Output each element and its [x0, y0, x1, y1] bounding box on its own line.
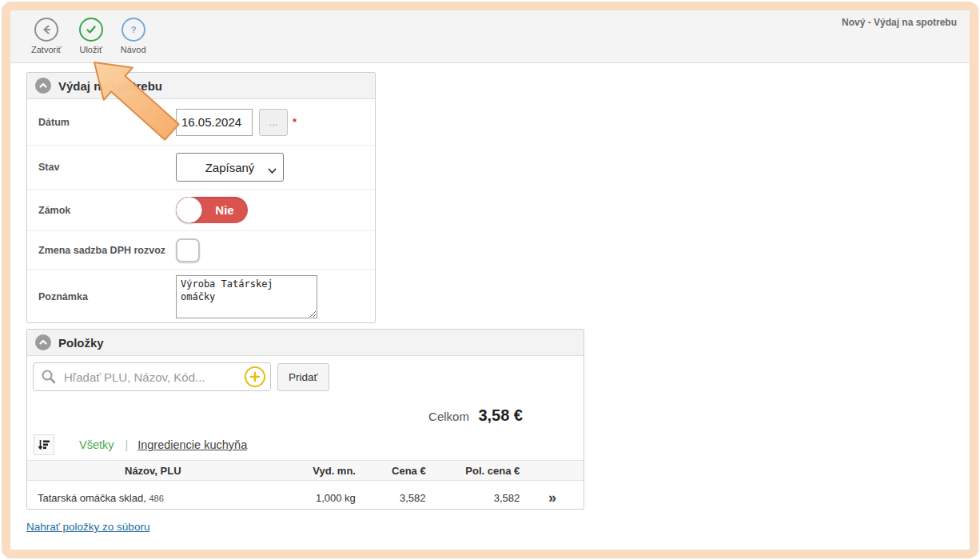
item-name: Tatarská omáčka sklad,: [38, 492, 146, 504]
filter-category-link[interactable]: Ingrediencie kuchyňa: [137, 438, 247, 451]
table-row[interactable]: Tatarská omáčka sklad, 486 1,000 kg 3,58…: [27, 481, 584, 514]
svg-text:?: ?: [130, 25, 136, 34]
page-frame: Zatvoriť Uložiť ? Návod Nový - Výdaj na …: [2, 2, 978, 558]
note-row: Poznámka Výroba Tatárskej omáčky: [27, 270, 375, 324]
filter-row: Všetky | Ingrediencie kuchyňa: [27, 433, 584, 460]
upload-items-link[interactable]: Nahrať položky zo súboru: [26, 521, 149, 533]
lock-toggle[interactable]: Nie: [176, 197, 248, 223]
total-label: Celkom: [428, 410, 469, 423]
items-panel: Položky Pridať Celkom 3,58 €: [26, 329, 584, 510]
save-button-label: Uložiť: [79, 45, 102, 54]
vat-change-checkbox[interactable]: [176, 238, 200, 262]
header-qty: Vyd. mn.: [266, 465, 356, 477]
note-label: Poznámka: [38, 291, 176, 302]
filter-all-link[interactable]: Všetky: [79, 438, 114, 451]
items-panel-header: Položky: [27, 330, 584, 356]
row-expand: »: [520, 490, 584, 506]
row-name: Tatarská omáčka sklad, 486: [27, 492, 266, 504]
lock-row: Zámok Nie: [27, 190, 375, 231]
lock-toggle-value: Nie: [208, 197, 241, 223]
save-button[interactable]: Uložiť: [79, 18, 103, 54]
row-price: 3,582: [356, 492, 426, 504]
status-row: Stav Zapísaný: [27, 146, 375, 190]
header-item-price: Pol. cena €: [426, 465, 520, 477]
status-label: Stav: [38, 162, 176, 173]
date-label: Dátum: [38, 117, 176, 128]
chevron-down-icon: [268, 163, 277, 177]
sort-icon[interactable]: [34, 434, 54, 455]
add-item-button[interactable]: Pridať: [277, 363, 329, 391]
issue-form-panel: Výdaj na spotrebu Dátum ... * Stav Zapís…: [26, 72, 376, 323]
help-button[interactable]: ? Návod: [121, 18, 146, 54]
close-button-label: Zatvoriť: [31, 45, 62, 54]
plus-icon[interactable]: [245, 366, 265, 387]
filter-divider: |: [125, 438, 129, 451]
note-textarea[interactable]: Výroba Tatárskej omáčky: [176, 275, 317, 318]
collapse-panel-icon[interactable]: [35, 78, 51, 94]
total-value: 3,58 €: [478, 406, 523, 424]
issue-form-panel-header: Výdaj na spotrebu: [27, 73, 375, 99]
search-icon: [40, 368, 58, 389]
collapse-items-icon[interactable]: [35, 334, 51, 350]
header-name: Názov, PLU: [27, 465, 266, 477]
status-select-value: Zapísaný: [205, 161, 255, 174]
expand-row-icon[interactable]: »: [548, 490, 555, 506]
status-select[interactable]: Zapísaný: [176, 153, 284, 182]
row-qty: 1,000 kg: [266, 492, 356, 504]
header-price: Cena €: [356, 465, 426, 477]
toolbar: Zatvoriť Uložiť ? Návod: [10, 10, 970, 63]
total-row: Celkom 3,58 €: [27, 397, 584, 433]
vat-change-row: Zmena sadzba DPH rozvoz: [27, 231, 375, 270]
page-title: Nový - Výdaj na spotrebu: [842, 17, 957, 28]
vat-change-label: Zmena sadzba DPH rozvoz: [38, 245, 176, 256]
app-window: Zatvoriť Uložiť ? Návod Nový - Výdaj na …: [0, 0, 980, 560]
required-asterisk: *: [293, 116, 297, 128]
search-wrap: [33, 362, 271, 391]
item-plu: 486: [149, 494, 163, 503]
issue-form-panel-title: Výdaj na spotrebu: [58, 79, 162, 93]
row-item-price: 3,582: [426, 492, 520, 504]
items-panel-title: Položky: [58, 336, 104, 350]
lock-label: Zámok: [38, 205, 176, 216]
date-picker-button[interactable]: ...: [259, 109, 288, 136]
question-icon: ?: [122, 18, 145, 42]
search-row: Pridať: [27, 356, 584, 397]
help-button-label: Návod: [121, 45, 146, 54]
date-row: Dátum ... *: [27, 99, 375, 146]
table-header: Názov, PLU Vyd. mn. Cena € Pol. cena €: [27, 460, 584, 481]
close-button[interactable]: Zatvoriť: [31, 18, 62, 54]
search-input[interactable]: [33, 362, 271, 391]
check-icon: [79, 18, 103, 42]
date-input[interactable]: [176, 109, 253, 136]
toggle-knob: [176, 197, 202, 223]
arrow-left-icon: [34, 18, 58, 42]
